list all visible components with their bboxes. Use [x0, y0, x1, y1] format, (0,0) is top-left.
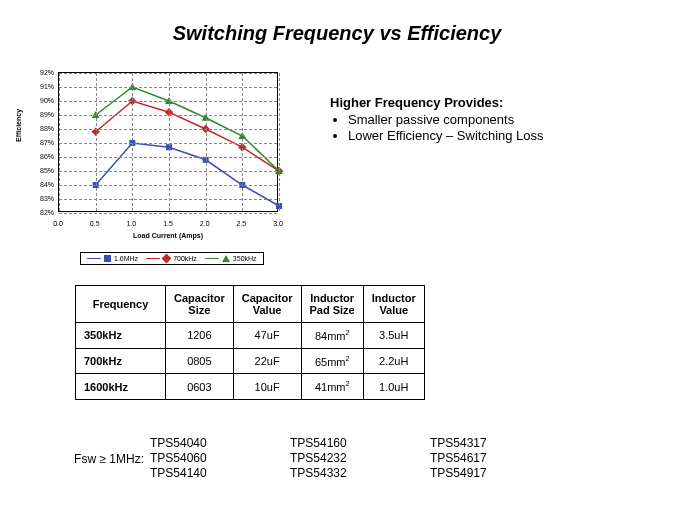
part-number: TPS54140 [150, 466, 290, 481]
table-header: InductorPad Size [301, 286, 363, 323]
table-cell: 0805 [166, 348, 234, 374]
page-title: Switching Frequency vs Efficiency [0, 0, 674, 45]
part-number: TPS54917 [430, 466, 570, 481]
part-number: TPS54332 [290, 466, 430, 481]
info-heading: Higher Frequency Provides: [330, 95, 650, 110]
table-header: InductorValue [363, 286, 424, 323]
parts-prefix-label: Fsw ≥ 1MHz: [20, 452, 150, 466]
chart-y-tick: 84% [20, 181, 54, 188]
table-cell: 10uF [233, 374, 301, 400]
chart-y-tick: 91% [20, 83, 54, 90]
table-cell: 0603 [166, 374, 234, 400]
part-number: TPS54040 [150, 436, 290, 451]
chart-y-tick: 82% [20, 209, 54, 216]
table-cell: 3.5uH [363, 323, 424, 349]
chart-y-tick: 83% [20, 195, 54, 202]
chart-y-tick: 88% [20, 125, 54, 132]
chart-x-tick: 3.0 [273, 220, 283, 227]
table-cell: 700kHz [76, 348, 166, 374]
table-cell: 22uF [233, 348, 301, 374]
chart-x-tick: 1.0 [126, 220, 136, 227]
part-number: TPS54617 [430, 451, 570, 466]
chart-legend: 1.6MHz700kHz350kHz [80, 252, 264, 265]
chart-x-tick: 0.0 [53, 220, 63, 227]
info-bullet: Smaller passive components [348, 112, 650, 127]
info-panel: Higher Frequency Provides: Smaller passi… [330, 95, 650, 144]
legend-entry: 1.6MHz [87, 255, 138, 262]
info-bullet: Lower Efficiency – Switching Loss [348, 128, 650, 143]
part-number: TPS54317 [430, 436, 570, 451]
table-cell: 65mm2 [301, 348, 363, 374]
table-header: Frequency [76, 286, 166, 323]
chart-y-tick: 92% [20, 69, 54, 76]
table-cell: 47uF [233, 323, 301, 349]
chart-y-tick: 86% [20, 153, 54, 160]
table-header: CapacitorSize [166, 286, 234, 323]
table-cell: 1.0uH [363, 374, 424, 400]
table-row: 1600kHz060310uF41mm21.0uH [76, 374, 425, 400]
table-cell: 2.2uH [363, 348, 424, 374]
part-number: TPS54060 [150, 451, 290, 466]
table-cell: 1206 [166, 323, 234, 349]
chart-y-tick: 85% [20, 167, 54, 174]
table-row: 350kHz120647uF84mm23.5uH [76, 323, 425, 349]
legend-entry: 350kHz [205, 255, 257, 262]
table-row: 700kHz080522uF65mm22.2uH [76, 348, 425, 374]
frequency-spec-table: FrequencyCapacitorSizeCapacitorValueIndu… [75, 285, 425, 400]
chart-x-tick: 2.5 [236, 220, 246, 227]
chart-x-axis-label: Load Current (Amps) [58, 232, 278, 239]
legend-entry: 700kHz [146, 255, 197, 262]
table-cell: 41mm2 [301, 374, 363, 400]
chart-x-tick: 0.5 [90, 220, 100, 227]
chart-x-tick: 2.0 [200, 220, 210, 227]
chart-y-tick: 89% [20, 111, 54, 118]
part-number-list: Fsw ≥ 1MHz: TPS54040TPS54060TPS54140 TPS… [20, 436, 650, 481]
efficiency-chart: Efficiency Load Current (Amps) 1.6MHz700… [20, 72, 290, 272]
part-number: TPS54232 [290, 451, 430, 466]
table-header: CapacitorValue [233, 286, 301, 323]
chart-y-tick: 87% [20, 139, 54, 146]
chart-y-tick: 90% [20, 97, 54, 104]
chart-x-tick: 1.5 [163, 220, 173, 227]
part-number: TPS54160 [290, 436, 430, 451]
table-cell: 350kHz [76, 323, 166, 349]
table-cell: 1600kHz [76, 374, 166, 400]
table-cell: 84mm2 [301, 323, 363, 349]
